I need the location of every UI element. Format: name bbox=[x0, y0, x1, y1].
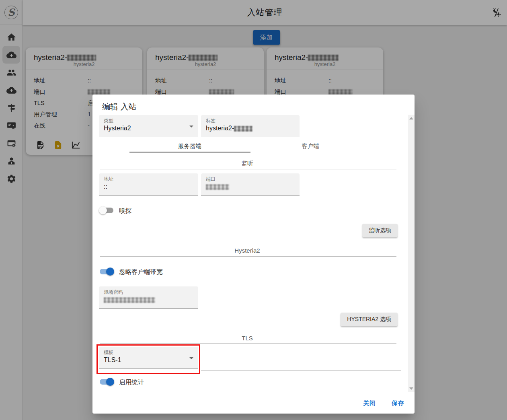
section-title-listen: 监听 bbox=[92, 160, 402, 167]
dialog-title: 编辑 入站 bbox=[102, 99, 137, 115]
divider bbox=[100, 343, 396, 344]
field-value: :: bbox=[104, 183, 193, 190]
hysteria2-options-button[interactable]: HYSTERIA2 选项 bbox=[341, 313, 398, 326]
field-value: Hysteria2 bbox=[104, 125, 193, 132]
divider bbox=[100, 256, 396, 257]
chevron-down-icon bbox=[189, 126, 193, 128]
toggle-thumb bbox=[99, 206, 107, 214]
obfs-password-input[interactable]: 混淆密码 bbox=[99, 286, 198, 309]
edit-inbound-dialog: 编辑 入站 类型 Hysteria2 标签 hysteria2- 服务器端 客户… bbox=[92, 95, 415, 414]
listen-port-input[interactable]: 端口 bbox=[201, 173, 300, 196]
annotation-highlight-box bbox=[96, 344, 200, 374]
ignore-client-bandwidth-toggle[interactable] bbox=[99, 267, 114, 276]
enable-stats-toggle[interactable] bbox=[99, 377, 114, 387]
dialog-footer: 关闭 保存 bbox=[92, 392, 415, 414]
toggle-thumb bbox=[106, 378, 114, 386]
tag-input[interactable]: 标签 hysteria2- bbox=[201, 115, 300, 137]
tag-prefix: hysteria2- bbox=[206, 125, 234, 132]
tab-indicator bbox=[129, 152, 250, 152]
listen-options-button[interactable]: 监听选项 bbox=[362, 224, 398, 237]
sniffing-toggle[interactable] bbox=[99, 206, 114, 215]
save-button[interactable]: 保存 bbox=[392, 397, 404, 410]
type-select[interactable]: 类型 Hysteria2 bbox=[99, 115, 198, 137]
enable-stats-label: 启用统计 bbox=[119, 378, 144, 387]
redacted-tag bbox=[234, 126, 252, 132]
scroll-down-arrow-icon[interactable] bbox=[409, 387, 413, 390]
field-label: 标签 bbox=[206, 118, 295, 124]
redacted-obfs-password bbox=[104, 297, 155, 303]
listen-address-input[interactable]: 地址 :: bbox=[99, 173, 198, 196]
dialog-body: 类型 Hysteria2 标签 hysteria2- 服务器端 客户端 监听 地… bbox=[92, 115, 415, 392]
screen: S bbox=[0, 0, 507, 420]
section-title-hysteria2: Hysteria2 bbox=[92, 247, 402, 254]
divider bbox=[100, 169, 396, 169]
scroll-up-arrow-icon[interactable] bbox=[409, 117, 413, 119]
tab-client[interactable]: 客户端 bbox=[250, 140, 371, 152]
sniffing-label: 嗅探 bbox=[119, 207, 131, 215]
divider bbox=[100, 330, 396, 330]
tab-server[interactable]: 服务器端 bbox=[129, 140, 250, 152]
redacted-port bbox=[206, 184, 229, 190]
field-label: 地址 bbox=[104, 176, 193, 182]
divider bbox=[100, 242, 396, 242]
dialog-scrollbar[interactable] bbox=[408, 115, 415, 392]
field-value bbox=[206, 183, 295, 190]
field-value: hysteria2- bbox=[206, 125, 295, 132]
field-label: 端口 bbox=[206, 176, 295, 182]
field-label: 混淆密码 bbox=[104, 289, 193, 295]
field-label: 类型 bbox=[104, 118, 193, 124]
toggle-thumb bbox=[106, 268, 114, 276]
ignore-client-bandwidth-label: 忽略客户端带宽 bbox=[119, 268, 163, 276]
field-value bbox=[104, 296, 193, 303]
section-title-tls: TLS bbox=[92, 335, 402, 342]
close-button[interactable]: 关闭 bbox=[363, 397, 376, 410]
divider bbox=[201, 371, 401, 371]
